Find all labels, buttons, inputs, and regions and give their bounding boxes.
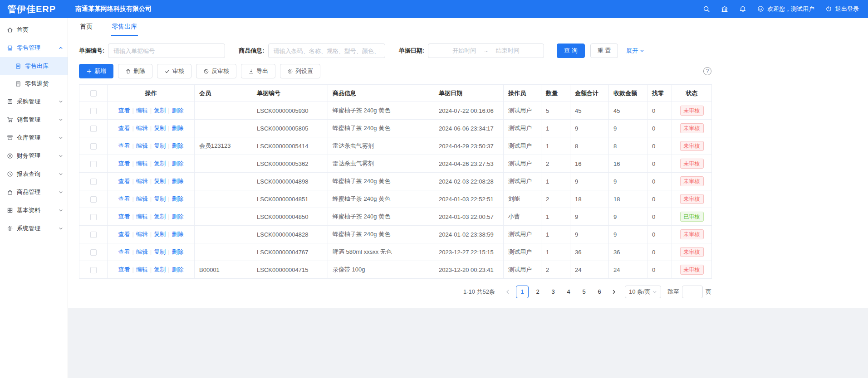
edit-link[interactable]: 编辑	[136, 107, 148, 114]
view-link[interactable]: 查看	[118, 142, 130, 149]
row-checkbox[interactable]	[90, 179, 97, 185]
sidebar-item-system[interactable]: 系统管理	[0, 219, 68, 237]
user-menu[interactable]: 欢迎您，测试用户	[757, 5, 814, 13]
page-number[interactable]: 4	[562, 286, 575, 298]
unaudit-button[interactable]: 反审核	[196, 64, 236, 78]
copy-link[interactable]: 复制	[154, 107, 166, 114]
delete-link[interactable]: 删除	[172, 107, 184, 114]
row-checkbox[interactable]	[90, 143, 97, 150]
date-range-picker[interactable]: 开始时间 ~ 结束时间	[428, 44, 544, 58]
edit-link[interactable]: 编辑	[136, 160, 148, 167]
goods-info-input[interactable]	[268, 44, 385, 58]
qty-cell: 5	[541, 102, 570, 120]
qty-cell: 2	[541, 155, 570, 173]
search-icon[interactable]	[703, 5, 710, 13]
sidebar-item-home[interactable]: 首页	[0, 21, 68, 39]
bell-icon[interactable]	[739, 5, 746, 13]
copy-link[interactable]: 复制	[154, 125, 166, 131]
sidebar-item-report[interactable]: 报表查询	[0, 165, 68, 183]
view-link[interactable]: 查看	[118, 125, 130, 131]
view-link[interactable]: 查看	[118, 266, 130, 273]
delete-link[interactable]: 删除	[172, 142, 184, 149]
sidebar-item-retail-out[interactable]: 零售出库	[0, 57, 68, 75]
sidebar-item-finance[interactable]: 财务管理	[0, 147, 68, 165]
sidebar-item-retail[interactable]: 零售管理	[0, 39, 68, 57]
delete-link[interactable]: 删除	[172, 266, 184, 273]
copy-link[interactable]: 复制	[154, 160, 166, 167]
copy-link[interactable]: 复制	[154, 266, 166, 273]
next-page-icon[interactable]	[608, 286, 619, 298]
row-checkbox[interactable]	[90, 108, 97, 114]
copy-link[interactable]: 复制	[154, 195, 166, 202]
copy-link[interactable]: 复制	[154, 213, 166, 220]
table-row: 查看|编辑|复制|删除 会员123123 LSCK00000005414 雷达杀…	[79, 137, 712, 155]
edit-link[interactable]: 编辑	[136, 266, 148, 273]
delete-link[interactable]: 删除	[172, 160, 184, 167]
edit-link[interactable]: 编辑	[136, 248, 148, 255]
row-checkbox[interactable]	[90, 214, 97, 220]
edit-link[interactable]: 编辑	[136, 231, 148, 237]
search-button[interactable]: 查 询	[557, 44, 585, 58]
copy-link[interactable]: 复制	[154, 178, 166, 184]
delete-link[interactable]: 删除	[172, 213, 184, 220]
goods-cell: 蜂蜜柚子茶 240g 黄色	[328, 102, 434, 120]
sidebar-item-basic[interactable]: 基本资料	[0, 201, 68, 219]
page-number[interactable]: 1	[516, 286, 529, 298]
delete-link[interactable]: 删除	[172, 125, 184, 131]
view-link[interactable]: 查看	[118, 231, 130, 237]
view-link[interactable]: 查看	[118, 248, 130, 255]
delete-link[interactable]: 删除	[172, 178, 184, 184]
delete-link[interactable]: 删除	[172, 231, 184, 237]
reset-button[interactable]: 重 置	[590, 44, 618, 58]
sidebar-item-purchase[interactable]: 采购管理	[0, 92, 68, 111]
logout-button[interactable]: 退出登录	[825, 5, 859, 13]
page-number[interactable]: 3	[547, 286, 559, 298]
edit-link[interactable]: 编辑	[136, 213, 148, 220]
qty-cell: 2	[541, 261, 570, 279]
copy-link[interactable]: 复制	[154, 231, 166, 237]
view-link[interactable]: 查看	[118, 213, 130, 220]
help-icon[interactable]: ?	[703, 67, 711, 75]
view-link[interactable]: 查看	[118, 178, 130, 184]
row-checkbox[interactable]	[90, 126, 97, 132]
row-checkbox[interactable]	[90, 161, 97, 167]
row-checkbox[interactable]	[90, 249, 97, 256]
sidebar-item-sales[interactable]: 销售管理	[0, 111, 68, 129]
view-link[interactable]: 查看	[118, 107, 130, 114]
export-button[interactable]: 导出	[241, 64, 275, 78]
column-settings-button[interactable]: 列设置	[280, 64, 320, 78]
delete-link[interactable]: 删除	[172, 248, 184, 255]
copy-link[interactable]: 复制	[154, 142, 166, 149]
goods-info-label: 商品信息:	[239, 47, 264, 55]
delete-link[interactable]: 删除	[172, 195, 184, 202]
row-checkbox[interactable]	[90, 267, 97, 273]
delete-button[interactable]: 删除	[118, 64, 152, 78]
sidebar-item-goods[interactable]: 商品管理	[0, 183, 68, 201]
edit-link[interactable]: 编辑	[136, 178, 148, 184]
row-checkbox[interactable]	[90, 232, 97, 238]
bank-icon[interactable]	[721, 5, 728, 13]
view-link[interactable]: 查看	[118, 160, 130, 167]
page-number[interactable]: 5	[578, 286, 590, 298]
view-link[interactable]: 查看	[118, 195, 130, 202]
expand-toggle[interactable]: 展开	[626, 47, 644, 55]
sidebar-item-warehouse[interactable]: 仓库管理	[0, 129, 68, 147]
edit-link[interactable]: 编辑	[136, 195, 148, 202]
prev-page-icon[interactable]	[502, 286, 513, 298]
row-checkbox[interactable]	[90, 196, 97, 203]
tab-home[interactable]: 首页	[79, 18, 93, 36]
audit-button[interactable]: 审核	[157, 64, 191, 78]
bill-no-input[interactable]	[108, 44, 225, 58]
page-number[interactable]: 2	[531, 286, 544, 298]
add-button[interactable]: 新增	[79, 64, 113, 78]
copy-link[interactable]: 复制	[154, 248, 166, 255]
tab-retail-out[interactable]: 零售出库	[111, 18, 138, 36]
select-all-checkbox[interactable]	[90, 90, 97, 97]
sidebar-item-retail-return[interactable]: 零售退货	[0, 75, 68, 92]
edit-link[interactable]: 编辑	[136, 142, 148, 149]
page-number[interactable]: 6	[593, 286, 606, 298]
edit-link[interactable]: 编辑	[136, 125, 148, 131]
jump-page-input[interactable]	[682, 286, 703, 298]
page-size-select[interactable]: 10 条/页	[625, 286, 661, 298]
bill-no-cell: LSCK00000005414	[252, 137, 328, 155]
